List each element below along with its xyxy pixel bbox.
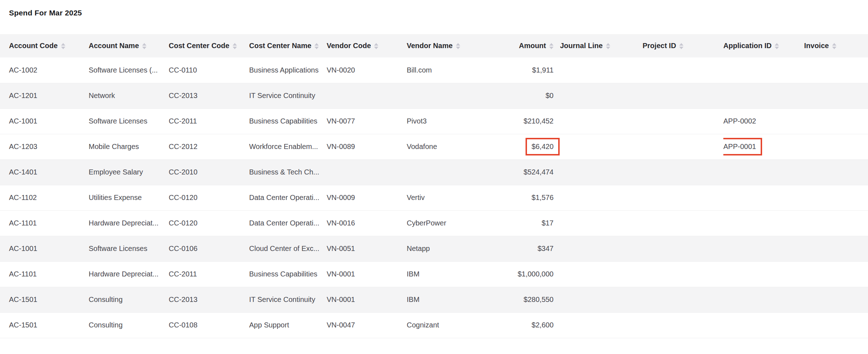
column-header-label: Cost Center Code (169, 42, 229, 50)
sort-icon (233, 43, 237, 49)
column-header-invoice[interactable]: Invoice (804, 34, 868, 57)
cell-cost_center_code: CC-0120 (169, 185, 249, 210)
cell-journal_line (560, 185, 643, 210)
table-body: AC-1002Software Licenses (...CC-0110Busi… (0, 57, 868, 338)
cell-account_code: AC-1201 (0, 83, 89, 108)
cell-application_id (723, 261, 804, 287)
column-header-journal_line[interactable]: Journal Line (560, 34, 643, 57)
cell-project_id (643, 287, 723, 312)
cell-invoice (804, 287, 868, 312)
highlight-box: APP-0001 (723, 138, 762, 155)
cell-cost_center_code: CC-2011 (169, 261, 249, 287)
cell-vendor_name: Vertiv (407, 185, 490, 210)
column-header-account_name[interactable]: Account Name (89, 34, 169, 57)
cell-cost_center_code: CC-0108 (169, 312, 249, 338)
column-header-vendor_code[interactable]: Vendor Code (327, 34, 407, 57)
cell-vendor_code: VN-0020 (327, 57, 407, 83)
header-row: Account CodeAccount NameCost Center Code… (0, 34, 868, 57)
sort-icon (314, 43, 319, 49)
cell-cost_center_name: Workforce Enablem... (249, 134, 327, 159)
cell-vendor_code: VN-0047 (327, 312, 407, 338)
cell-vendor_name (407, 83, 490, 108)
table-row: AC-1501ConsultingCC-2013IT Service Conti… (0, 287, 868, 312)
cell-cost_center_code: CC-2010 (169, 159, 249, 185)
cell-journal_line (560, 108, 643, 134)
cell-account_name: Employee Salary (89, 159, 169, 185)
column-header-application_id[interactable]: Application ID (723, 34, 804, 57)
sort-icon (61, 43, 65, 49)
cell-project_id (643, 83, 723, 108)
cell-application_id (723, 312, 804, 338)
sort-icon (832, 43, 836, 49)
column-header-cost_center_name[interactable]: Cost Center Name (249, 34, 327, 57)
cell-account_name: Hardware Depreciat... (89, 210, 169, 236)
cell-vendor_name: CyberPower (407, 210, 490, 236)
cell-journal_line (560, 261, 643, 287)
table-row: AC-1501ConsultingCC-0108App SupportVN-00… (0, 312, 868, 338)
cell-vendor_name: IBM (407, 287, 490, 312)
cell-journal_line (560, 83, 643, 108)
table-row: AC-1101Hardware Depreciat...CC-2011Busin… (0, 261, 868, 287)
column-header-cost_center_code[interactable]: Cost Center Code (169, 34, 249, 57)
cell-amount: $2,600 (490, 312, 560, 338)
cell-account_code: AC-1501 (0, 312, 89, 338)
cell-cost_center_code: CC-0106 (169, 236, 249, 261)
cell-project_id (643, 210, 723, 236)
title-area: Spend For Mar 2025 (0, 0, 868, 34)
cell-vendor_code: VN-0051 (327, 236, 407, 261)
cell-journal_line (560, 57, 643, 83)
sort-icon (456, 43, 460, 49)
cell-journal_line (560, 236, 643, 261)
cell-invoice (804, 261, 868, 287)
cell-amount: $17 (490, 210, 560, 236)
page-title: Spend For Mar 2025 (9, 9, 82, 17)
cell-account_name: Utilities Expense (89, 185, 169, 210)
cell-cost_center_name: Business Applications (249, 57, 327, 83)
cell-amount: $6,420 (490, 134, 560, 159)
cell-cost_center_code: CC-2011 (169, 108, 249, 134)
cell-cost_center_name: Business & Tech Ch... (249, 159, 327, 185)
cell-amount: $0 (490, 83, 560, 108)
cell-project_id (643, 236, 723, 261)
cell-cost_center_name: Data Center Operati... (249, 210, 327, 236)
cell-amount: $347 (490, 236, 560, 261)
cell-invoice (804, 159, 868, 185)
cell-amount: $1,911 (490, 57, 560, 83)
cell-journal_line (560, 287, 643, 312)
column-header-project_id[interactable]: Project ID (643, 34, 723, 57)
cell-cost_center_name: IT Service Continuity (249, 83, 327, 108)
cell-invoice (804, 83, 868, 108)
cell-application_id: APP-0001 (723, 134, 804, 159)
cell-amount: $524,474 (490, 159, 560, 185)
cell-application_id (723, 185, 804, 210)
spend-table: Account CodeAccount NameCost Center Code… (0, 34, 868, 338)
cell-vendor_name: Bill.com (407, 57, 490, 83)
cell-amount: $1,000,000 (490, 261, 560, 287)
cell-account_name: Software Licenses (... (89, 57, 169, 83)
cell-vendor_name: Netapp (407, 236, 490, 261)
column-header-vendor_name[interactable]: Vendor Name (407, 34, 490, 57)
cell-cost_center_name: Data Center Operati... (249, 185, 327, 210)
cell-cost_center_code: CC-2013 (169, 287, 249, 312)
cell-application_id (723, 57, 804, 83)
table-row: AC-1201NetworkCC-2013IT Service Continui… (0, 83, 868, 108)
column-header-label: Vendor Name (407, 42, 453, 50)
column-header-account_code[interactable]: Account Code (0, 34, 89, 57)
column-header-label: Project ID (643, 42, 676, 50)
table-row: AC-1203Mobile ChargesCC-2012Workforce En… (0, 134, 868, 159)
cell-vendor_code: VN-0016 (327, 210, 407, 236)
column-header-label: Application ID (723, 42, 771, 50)
column-header-amount[interactable]: Amount (490, 34, 560, 57)
cell-application_id (723, 210, 804, 236)
cell-account_code: AC-1101 (0, 210, 89, 236)
cell-cost_center_name: Cloud Center of Exc... (249, 236, 327, 261)
cell-application_id (723, 159, 804, 185)
cell-journal_line (560, 210, 643, 236)
cell-application_id (723, 83, 804, 108)
cell-vendor_name: Pivot3 (407, 108, 490, 134)
cell-account_code: AC-1002 (0, 57, 89, 83)
cell-vendor_name: IBM (407, 261, 490, 287)
cell-vendor_name (407, 159, 490, 185)
cell-vendor_code: VN-0001 (327, 287, 407, 312)
cell-amount: $210,452 (490, 108, 560, 134)
